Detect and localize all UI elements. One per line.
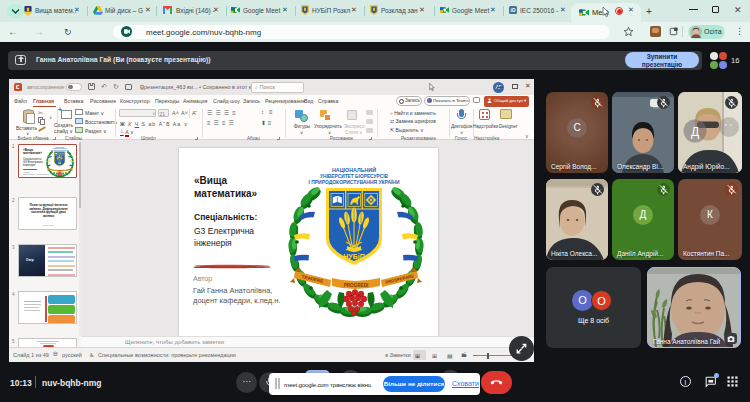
svg-text:Д: Д [691, 124, 699, 138]
